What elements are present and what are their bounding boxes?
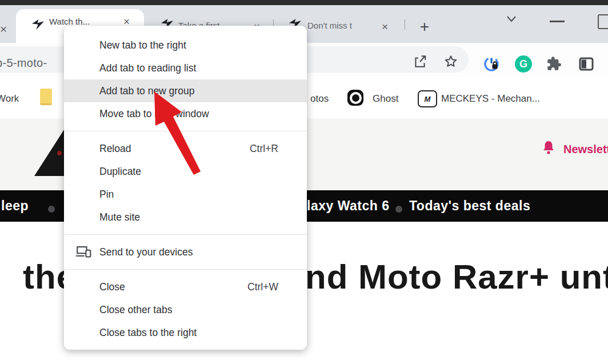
devices-icon [76,246,91,258]
menu-item-pin[interactable]: Pin [64,183,307,206]
extensions-puzzle-icon[interactable] [546,56,562,71]
menu-item-label: Pin [99,189,114,201]
ghost-favicon[interactable] [347,90,363,106]
newsletter-bell-icon[interactable] [542,140,555,156]
menu-separator [64,234,307,235]
menu-item-close-tabs-to-the-right[interactable]: Close tabs to the right [64,321,307,344]
menu-item-label: Duplicate [99,166,141,178]
bookmark-star-icon[interactable] [443,54,458,69]
tab-title[interactable]: Don't miss t [307,21,378,30]
window-top-strip [0,0,608,5]
tab-close-icon[interactable]: × [382,21,388,32]
ticker-dot [395,206,402,213]
menu-item-label: Close other tabs [99,304,172,316]
ticker-fragment: leep [1,198,29,214]
minimize-button[interactable] [550,21,565,22]
menu-item-label: Add tab to reading list [99,62,196,74]
menu-item-label: New tab to the right [99,39,186,51]
url-fragment[interactable]: p-5-moto- [0,57,47,70]
ticker-dot [48,206,55,213]
menu-item-label: Reload [99,143,131,155]
offscreen-tab-close-icon[interactable]: × [0,23,7,35]
newsletter-link[interactable]: Newsletter [563,143,608,156]
headline-fragment-right: nd Moto Razr+ until [305,257,608,297]
grammarly-extension-icon[interactable]: G [515,55,532,73]
tab-search-chevron-icon[interactable] [504,13,519,25]
menu-separator [64,269,307,270]
tab-divider [405,19,405,30]
menu-item-label: Send to your devices [99,246,193,258]
ticker-fragment: Today's best deals [409,198,530,214]
bookmark-ghost[interactable]: Ghost [373,93,398,105]
menu-item-shortcut: Ctrl+R [250,143,278,155]
menu-item-send-to-your-devices[interactable]: Send to your devices [64,241,307,263]
menu-item-shortcut: Ctrl+W [247,281,278,293]
side-panel-icon[interactable] [579,57,594,71]
share-icon[interactable] [413,54,427,69]
annotation-arrow-icon [137,85,211,182]
ghost-ring-icon [350,92,362,104]
menu-item-new-tab-to-the-right[interactable]: New tab to the right [64,34,307,57]
menu-item-label: Close [99,281,125,293]
tab-title: Watch th... [49,17,119,26]
menu-item-label: Close tabs to the right [99,327,197,339]
site-favicon [32,19,44,30]
bookmark-work[interactable]: Work [0,93,19,105]
menu-item-close[interactable]: Close Ctrl+W [64,275,307,298]
tab-context-menu: New tab to the right Add tab to reading … [64,26,307,350]
menu-item-add-tab-to-reading-list[interactable]: Add tab to reading list [64,57,307,79]
menu-item-close-other-tabs[interactable]: Close other tabs [64,298,307,321]
bookmark-meckeys[interactable]: MECKEYS - Mechan... [441,93,564,105]
new-tab-button[interactable]: + [415,17,434,37]
ticker-fragment: laxy Watch 6 [307,198,389,214]
meckeys-keycap-icon[interactable]: M [418,90,437,107]
menu-item-mute-site[interactable]: Mute site [64,206,307,229]
bookmark-otos[interactable]: otos [310,93,329,105]
blocker-extension-icon[interactable] [483,55,500,73]
maximize-button[interactable] [598,14,608,29]
note-bookmark-icon[interactable] [40,89,52,105]
menu-item-label: Mute site [99,211,140,223]
